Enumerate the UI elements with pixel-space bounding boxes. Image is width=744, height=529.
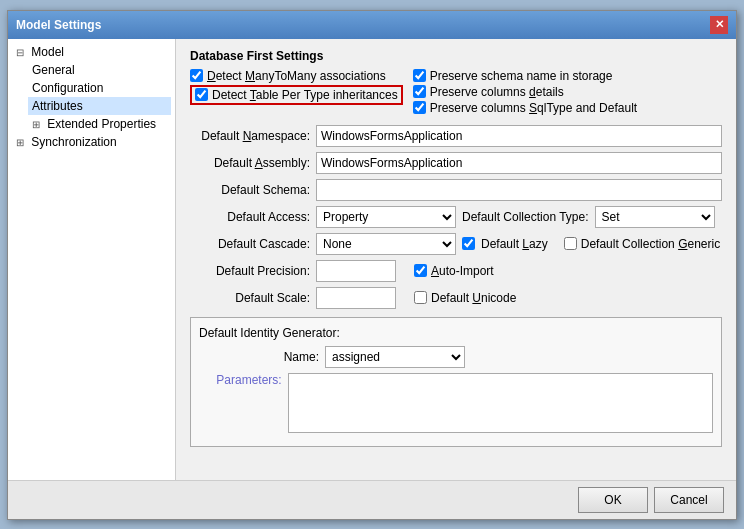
title-bar: Model Settings ✕ (8, 11, 736, 39)
access-label: Default Access: (190, 210, 310, 224)
params-textarea[interactable] (288, 373, 713, 433)
preserve-columns-label: Preserve columns details (430, 85, 564, 99)
detect-manytomany-label: Detect ManyToMany associations (207, 69, 386, 83)
tree-children-model: General Configuration Attributes ⊞ Exten… (28, 61, 171, 133)
namespace-label: Default Namespace: (190, 129, 310, 143)
expander-icon-ext: ⊞ (32, 119, 44, 130)
sidebar-item-configuration[interactable]: Configuration (28, 79, 171, 97)
cascade-label: Default Cascade: (190, 237, 310, 251)
namespace-row: Default Namespace: (190, 125, 722, 147)
access-select[interactable]: Property Field nosetter.camelcase (316, 206, 456, 228)
precision-label: Default Precision: (190, 264, 310, 278)
detect-manytomany-checkbox[interactable] (190, 69, 203, 82)
preserve-sqltype-label: Preserve columns SqlType and Default (430, 101, 637, 115)
dialog-body: ⊟ Model General Configuration Attributes… (8, 39, 736, 480)
precision-input[interactable] (316, 260, 396, 282)
cascade-select[interactable]: None All Save-Update (316, 233, 456, 255)
sidebar-item-attributes[interactable]: Attributes (28, 97, 171, 115)
default-unicode-label: Default Unicode (431, 291, 516, 305)
params-label: Parameters: (199, 373, 282, 387)
assembly-label: Default Assembly: (190, 156, 310, 170)
detect-table-checkbox[interactable] (195, 88, 208, 101)
identity-title: Default Identity Generator: (199, 326, 713, 340)
sidebar-item-extended-properties[interactable]: ⊞ Extended Properties (28, 115, 171, 133)
identity-name-row: Name: assigned native guid hilo sequence (199, 346, 713, 368)
preserve-columns-row: Preserve columns details (413, 85, 637, 99)
preserve-schema-label: Preserve schema name in storage (430, 69, 613, 83)
dialog-window: Model Settings ✕ ⊟ Model General Configu… (7, 10, 737, 520)
identity-params-row: Parameters: (199, 373, 713, 433)
detect-manytomany-row: Detect ManyToMany associations (190, 69, 403, 83)
collection-generic-checkbox[interactable] (564, 237, 577, 250)
collection-type-label: Default Collection Type: (462, 210, 589, 224)
preserve-columns-checkbox[interactable] (413, 85, 426, 98)
collection-type-select[interactable]: Set List IList (595, 206, 715, 228)
expander-icon: ⊟ (16, 47, 28, 58)
sidebar-item-model[interactable]: ⊟ Model (12, 43, 171, 61)
ok-button[interactable]: OK (578, 487, 648, 513)
identity-section: Default Identity Generator: Name: assign… (190, 317, 722, 447)
auto-import-label: Auto-Import (431, 264, 494, 278)
assembly-row: Default Assembly: (190, 152, 722, 174)
form-section: Default Namespace: Default Assembly: Def… (190, 125, 722, 309)
schema-label: Default Schema: (190, 183, 310, 197)
default-unicode-checkbox[interactable] (414, 291, 427, 304)
preserve-sqltype-checkbox[interactable] (413, 101, 426, 114)
scale-label: Default Scale: (190, 291, 310, 305)
expander-icon-sync: ⊞ (16, 137, 28, 148)
default-lazy-label: Default Lazy (481, 237, 548, 251)
checkboxes-left: Detect ManyToMany associations Detect Ta… (190, 69, 403, 115)
assembly-input[interactable] (316, 152, 722, 174)
close-button[interactable]: ✕ (710, 16, 728, 34)
collection-generic-label: Default Collection Generic (581, 237, 720, 251)
namespace-input[interactable] (316, 125, 722, 147)
db-first-title: Database First Settings (190, 49, 722, 63)
preserve-sqltype-row: Preserve columns SqlType and Default (413, 101, 637, 115)
scale-row: Default Scale: Default Unicode (190, 287, 722, 309)
main-content: Database First Settings Detect ManyToMan… (176, 39, 736, 480)
db-first-settings: Detect ManyToMany associations Detect Ta… (190, 69, 722, 115)
identity-name-label: Name: (199, 350, 319, 364)
schema-input[interactable] (316, 179, 722, 201)
sidebar-item-general[interactable]: General (28, 61, 171, 79)
cascade-row: Default Cascade: None All Save-Update De… (190, 233, 722, 255)
access-row: Default Access: Property Field nosetter.… (190, 206, 722, 228)
auto-import-checkbox[interactable] (414, 264, 427, 277)
identity-name-select[interactable]: assigned native guid hilo sequence (325, 346, 465, 368)
sidebar-item-synchronization[interactable]: ⊞ Synchronization (12, 133, 171, 151)
detect-table-label: Detect Table Per Type inheritances (212, 88, 398, 102)
detect-table-row: Detect Table Per Type inheritances (190, 85, 403, 105)
preserve-schema-row: Preserve schema name in storage (413, 69, 637, 83)
scale-input[interactable] (316, 287, 396, 309)
precision-row: Default Precision: Auto-Import (190, 260, 722, 282)
checkboxes-right: Preserve schema name in storage Preserve… (413, 69, 637, 115)
default-lazy-checkbox[interactable] (462, 237, 475, 250)
dialog-title: Model Settings (16, 18, 101, 32)
schema-row: Default Schema: (190, 179, 722, 201)
dialog-footer: OK Cancel (8, 480, 736, 519)
preserve-schema-checkbox[interactable] (413, 69, 426, 82)
sidebar: ⊟ Model General Configuration Attributes… (8, 39, 176, 480)
cancel-button[interactable]: Cancel (654, 487, 724, 513)
